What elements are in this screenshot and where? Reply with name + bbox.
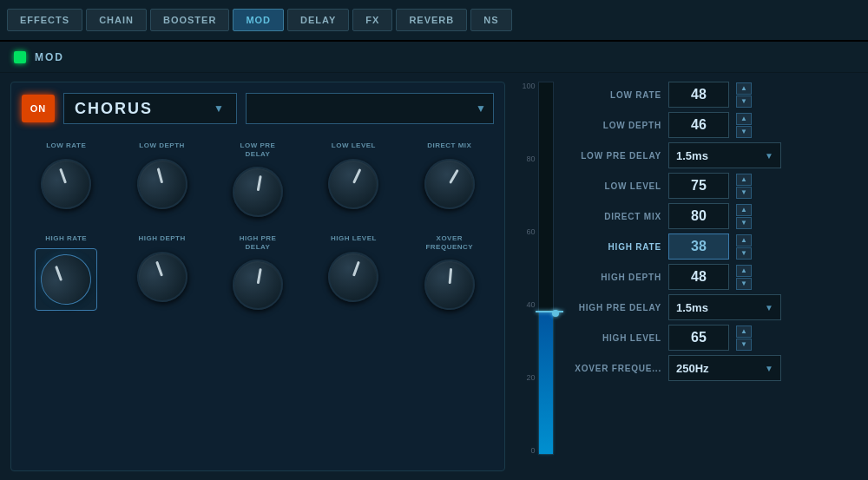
param-row-low-pre-delay: LOW PRE DELAY 1.5ms ▼ xyxy=(570,142,858,168)
knob-low-level-wrapper[interactable] xyxy=(325,155,382,213)
knob-high-rate: HIGH RATE xyxy=(22,234,110,313)
vu-label-100: 100 xyxy=(522,82,535,90)
knob-low-depth: LOW DEPTH xyxy=(117,141,206,220)
vu-meter-section: 100 80 60 40 20 0 xyxy=(514,82,562,471)
param-label-low-rate: LOW RATE xyxy=(570,90,661,100)
section-header: MOD xyxy=(0,42,868,73)
dropdown-arrow-low-pre-delay: ▼ xyxy=(765,151,773,161)
knob-direct-mix-label: DIRECT MIX xyxy=(427,141,471,150)
param-spinners-high-rate: ▲ ▼ xyxy=(736,234,752,260)
knob-high-rate-control[interactable] xyxy=(30,244,102,315)
vu-label-60: 60 xyxy=(522,227,535,236)
effect-name: CHORUS xyxy=(75,100,153,118)
knob-xover-frequency-control[interactable] xyxy=(422,258,477,312)
knob-low-level-label: LOW LEVEL xyxy=(332,141,376,150)
section-indicator xyxy=(14,51,26,63)
param-value-low-depth[interactable]: 46 xyxy=(668,112,729,138)
vu-meter-wrapper: 100 80 60 40 20 0 xyxy=(522,82,553,471)
knob-xover-frequency-label: XOVER FREQUENCY xyxy=(425,234,473,251)
spinner-up-low-rate[interactable]: ▲ xyxy=(736,82,752,95)
param-value-high-depth[interactable]: 48 xyxy=(668,264,729,290)
param-row-high-rate: HIGH RATE 38 ▲ ▼ xyxy=(570,233,858,260)
param-row-high-level: HIGH LEVEL 65 ▲ ▼ xyxy=(570,325,858,351)
knob-high-pre-delay-wrapper[interactable] xyxy=(229,256,286,313)
param-row-xover-freq: XOVER FREQUE... 250Hz ▼ xyxy=(570,355,858,381)
spinner-up-high-rate[interactable]: ▲ xyxy=(736,234,752,247)
spinner-up-direct-mix[interactable]: ▲ xyxy=(736,204,752,216)
bottom-knobs-row: HIGH RATE HIGH DEPTH HIGH PRE DELAY xyxy=(22,234,494,313)
effect-dropdown[interactable]: CHORUS ▼ xyxy=(63,93,237,124)
knob-high-level-wrapper[interactable] xyxy=(325,248,382,306)
knob-high-rate-wrapper[interactable] xyxy=(35,248,97,311)
vu-connector-dot xyxy=(552,310,559,317)
knob-direct-mix-wrapper[interactable] xyxy=(421,155,478,213)
nav-ns[interactable]: NS xyxy=(470,9,511,31)
param-value-high-level[interactable]: 65 xyxy=(668,325,729,351)
param-value-low-level[interactable]: 75 xyxy=(668,173,729,199)
spinner-down-low-level[interactable]: ▼ xyxy=(736,187,752,199)
nav-mod[interactable]: MOD xyxy=(233,9,284,31)
knob-high-depth-wrapper[interactable] xyxy=(134,248,191,306)
param-spinners-high-level: ▲ ▼ xyxy=(736,325,752,351)
param-dropdown-low-pre-delay[interactable]: 1.5ms ▼ xyxy=(668,142,781,168)
effect-selector-row: ON CHORUS ▼ ▼ xyxy=(22,93,494,124)
param-label-high-level: HIGH LEVEL xyxy=(570,333,661,343)
param-label-direct-mix: DIRECT MIX xyxy=(570,212,661,221)
spinner-down-high-level[interactable]: ▼ xyxy=(736,339,752,351)
knob-low-level-control[interactable] xyxy=(320,150,387,217)
knob-low-rate-label: LOW RATE xyxy=(46,141,86,150)
top-knobs-section: LOW RATE LOW DEPTH LOW PRE DELAY xyxy=(22,141,494,220)
knob-high-level-control[interactable] xyxy=(321,245,385,309)
knob-low-rate-wrapper[interactable] xyxy=(37,155,95,213)
param-row-direct-mix: DIRECT MIX 80 ▲ ▼ xyxy=(570,203,858,229)
param-spinners-high-depth: ▲ ▼ xyxy=(736,265,752,290)
nav-chain[interactable]: CHAIN xyxy=(86,9,147,31)
param-label-high-pre-delay: HIGH PRE DELAY xyxy=(570,303,661,312)
knob-xover-frequency-wrapper[interactable] xyxy=(421,256,478,313)
param-value-high-rate[interactable]: 38 xyxy=(668,233,729,260)
param-label-high-depth: HIGH DEPTH xyxy=(570,273,661,282)
spinner-down-low-rate[interactable]: ▼ xyxy=(736,95,752,108)
spinner-up-low-level[interactable]: ▲ xyxy=(736,174,752,186)
right-panel: LOW RATE 48 ▲ ▼ LOW DEPTH 46 ▲ ▼ LOW PRE… xyxy=(570,82,858,471)
param-dropdown-high-pre-delay[interactable]: 1.5ms ▼ xyxy=(668,294,781,320)
spinner-up-high-level[interactable]: ▲ xyxy=(736,325,752,338)
spinner-down-direct-mix[interactable]: ▼ xyxy=(736,217,752,229)
knob-direct-mix: DIRECT MIX xyxy=(405,141,494,220)
knob-low-level: LOW LEVEL xyxy=(309,141,398,220)
param-dropdown-xover-freq[interactable]: 250Hz ▼ xyxy=(668,355,781,381)
param-row-low-level: LOW LEVEL 75 ▲ ▼ xyxy=(570,173,858,199)
knob-low-pre-delay-control[interactable] xyxy=(228,163,286,221)
preset-dropdown[interactable]: ▼ xyxy=(246,93,494,124)
param-value-direct-mix[interactable]: 80 xyxy=(668,203,729,229)
knob-high-depth-control[interactable] xyxy=(129,245,194,309)
spinner-down-high-rate[interactable]: ▼ xyxy=(736,247,752,260)
param-row-low-depth: LOW DEPTH 46 ▲ ▼ xyxy=(570,112,858,138)
vu-bar xyxy=(538,82,554,455)
knob-low-rate-control[interactable] xyxy=(34,151,98,215)
spinner-down-low-depth[interactable]: ▼ xyxy=(736,126,752,138)
nav-delay[interactable]: DELAY xyxy=(287,9,349,31)
nav-reverb[interactable]: REVERB xyxy=(396,9,467,31)
nav-booster[interactable]: BOOSTER xyxy=(150,9,229,31)
spinner-up-high-depth[interactable]: ▲ xyxy=(736,265,752,277)
param-row-high-depth: HIGH DEPTH 48 ▲ ▼ xyxy=(570,264,858,290)
vu-label-0: 0 xyxy=(522,446,535,455)
nav-effects[interactable]: EFFECTS xyxy=(7,9,82,31)
vu-fill xyxy=(539,312,553,454)
knob-low-depth-control[interactable] xyxy=(131,153,193,214)
knob-high-pre-delay-control[interactable] xyxy=(228,256,286,314)
param-label-low-pre-delay: LOW PRE DELAY xyxy=(570,151,661,161)
param-value-low-rate[interactable]: 48 xyxy=(668,82,729,108)
knob-direct-mix-control[interactable] xyxy=(415,149,483,218)
spinner-down-high-depth[interactable]: ▼ xyxy=(736,278,752,290)
vu-label-40: 40 xyxy=(522,300,535,309)
nav-fx[interactable]: FX xyxy=(352,9,392,31)
param-label-low-depth: LOW DEPTH xyxy=(570,121,661,130)
spinner-up-low-depth[interactable]: ▲ xyxy=(736,113,752,125)
knob-low-depth-wrapper[interactable] xyxy=(134,155,191,213)
param-spinners-low-level: ▲ ▼ xyxy=(736,174,752,199)
knob-low-pre-delay-wrapper[interactable] xyxy=(229,163,286,220)
on-button[interactable]: ON xyxy=(22,95,55,122)
bottom-knobs-section: HIGH RATE HIGH DEPTH HIGH PRE DELAY xyxy=(22,234,494,313)
